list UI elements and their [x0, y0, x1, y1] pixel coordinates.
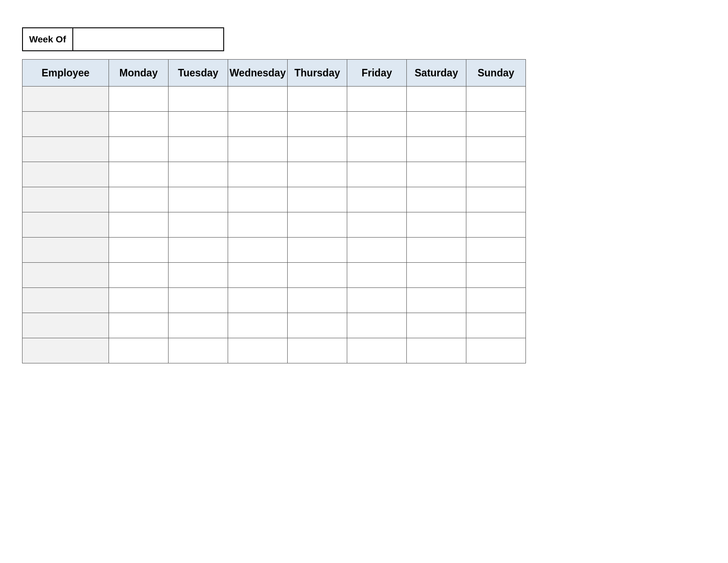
- cell-mon[interactable]: [109, 162, 169, 187]
- cell-tue[interactable]: [169, 162, 228, 187]
- cell-thu[interactable]: [288, 87, 347, 112]
- cell-thu[interactable]: [288, 212, 347, 238]
- cell-thu[interactable]: [288, 137, 347, 162]
- cell-sun[interactable]: [466, 338, 526, 363]
- cell-thu[interactable]: [288, 338, 347, 363]
- cell-sat[interactable]: [407, 288, 466, 313]
- cell-sat[interactable]: [407, 187, 466, 212]
- cell-sun[interactable]: [466, 263, 526, 288]
- cell-sat[interactable]: [407, 338, 466, 363]
- table-row: [23, 137, 526, 162]
- cell-sat[interactable]: [407, 87, 466, 112]
- cell-sat[interactable]: [407, 313, 466, 338]
- cell-sat[interactable]: [407, 238, 466, 263]
- cell-sun[interactable]: [466, 162, 526, 187]
- cell-tue[interactable]: [169, 87, 228, 112]
- cell-wed[interactable]: [228, 162, 288, 187]
- cell-sat[interactable]: [407, 162, 466, 187]
- cell-employee[interactable]: [23, 212, 109, 238]
- cell-mon[interactable]: [109, 187, 169, 212]
- cell-fri[interactable]: [347, 162, 407, 187]
- week-of-input[interactable]: [73, 27, 224, 51]
- cell-thu[interactable]: [288, 263, 347, 288]
- table-row: [23, 338, 526, 363]
- cell-wed[interactable]: [228, 263, 288, 288]
- cell-mon[interactable]: [109, 87, 169, 112]
- cell-tue[interactable]: [169, 338, 228, 363]
- cell-wed[interactable]: [228, 212, 288, 238]
- cell-employee[interactable]: [23, 338, 109, 363]
- cell-mon[interactable]: [109, 288, 169, 313]
- cell-tue[interactable]: [169, 212, 228, 238]
- cell-employee[interactable]: [23, 288, 109, 313]
- cell-wed[interactable]: [228, 313, 288, 338]
- cell-fri[interactable]: [347, 338, 407, 363]
- cell-mon[interactable]: [109, 238, 169, 263]
- cell-fri[interactable]: [347, 187, 407, 212]
- cell-wed[interactable]: [228, 187, 288, 212]
- cell-mon[interactable]: [109, 112, 169, 137]
- cell-tue[interactable]: [169, 112, 228, 137]
- cell-wed[interactable]: [228, 338, 288, 363]
- cell-tue[interactable]: [169, 238, 228, 263]
- week-of-label: Week Of: [22, 27, 73, 51]
- col-monday: Monday: [109, 60, 169, 87]
- cell-fri[interactable]: [347, 238, 407, 263]
- cell-employee[interactable]: [23, 87, 109, 112]
- table-row: [23, 212, 526, 238]
- cell-sun[interactable]: [466, 288, 526, 313]
- cell-sat[interactable]: [407, 112, 466, 137]
- cell-sun[interactable]: [466, 212, 526, 238]
- cell-sat[interactable]: [407, 137, 466, 162]
- cell-tue[interactable]: [169, 137, 228, 162]
- cell-sun[interactable]: [466, 87, 526, 112]
- cell-thu[interactable]: [288, 238, 347, 263]
- cell-employee[interactable]: [23, 187, 109, 212]
- cell-sun[interactable]: [466, 187, 526, 212]
- cell-thu[interactable]: [288, 313, 347, 338]
- cell-thu[interactable]: [288, 162, 347, 187]
- cell-wed[interactable]: [228, 87, 288, 112]
- cell-mon[interactable]: [109, 137, 169, 162]
- cell-sun[interactable]: [466, 238, 526, 263]
- cell-fri[interactable]: [347, 313, 407, 338]
- cell-tue[interactable]: [169, 313, 228, 338]
- col-friday: Friday: [347, 60, 407, 87]
- cell-thu[interactable]: [288, 112, 347, 137]
- header-row: Employee Monday Tuesday Wednesday Thursd…: [23, 60, 526, 87]
- cell-fri[interactable]: [347, 263, 407, 288]
- cell-mon[interactable]: [109, 212, 169, 238]
- cell-employee[interactable]: [23, 313, 109, 338]
- cell-employee[interactable]: [23, 162, 109, 187]
- cell-tue[interactable]: [169, 263, 228, 288]
- cell-employee[interactable]: [23, 263, 109, 288]
- cell-fri[interactable]: [347, 112, 407, 137]
- cell-wed[interactable]: [228, 112, 288, 137]
- cell-sun[interactable]: [466, 313, 526, 338]
- cell-fri[interactable]: [347, 87, 407, 112]
- table-row: [23, 87, 526, 112]
- table-row: [23, 162, 526, 187]
- cell-fri[interactable]: [347, 212, 407, 238]
- cell-employee[interactable]: [23, 238, 109, 263]
- cell-tue[interactable]: [169, 288, 228, 313]
- cell-thu[interactable]: [288, 187, 347, 212]
- cell-fri[interactable]: [347, 288, 407, 313]
- cell-sun[interactable]: [466, 112, 526, 137]
- cell-wed[interactable]: [228, 238, 288, 263]
- cell-sun[interactable]: [466, 137, 526, 162]
- cell-tue[interactable]: [169, 187, 228, 212]
- cell-employee[interactable]: [23, 137, 109, 162]
- col-employee: Employee: [23, 60, 109, 87]
- cell-sat[interactable]: [407, 263, 466, 288]
- table-row: [23, 238, 526, 263]
- cell-fri[interactable]: [347, 137, 407, 162]
- cell-sat[interactable]: [407, 212, 466, 238]
- cell-wed[interactable]: [228, 288, 288, 313]
- cell-mon[interactable]: [109, 313, 169, 338]
- cell-mon[interactable]: [109, 263, 169, 288]
- cell-wed[interactable]: [228, 137, 288, 162]
- cell-employee[interactable]: [23, 112, 109, 137]
- cell-mon[interactable]: [109, 338, 169, 363]
- cell-thu[interactable]: [288, 288, 347, 313]
